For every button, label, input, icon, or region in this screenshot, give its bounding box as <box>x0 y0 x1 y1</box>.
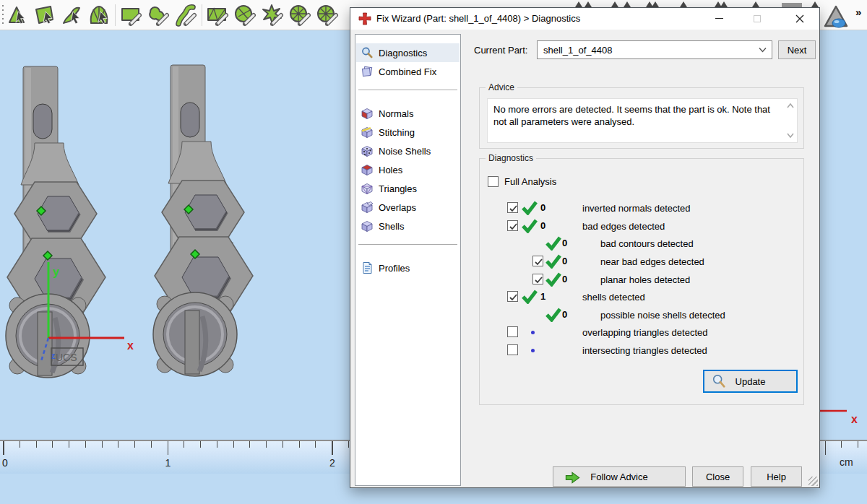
advice-groupbox: Advice No more errors are detected. It s… <box>479 87 804 149</box>
diagnostic-row: 0planar holes detected <box>480 271 803 287</box>
sidebar-item-holes[interactable]: Holes <box>356 160 460 179</box>
ruler-tick <box>299 441 300 448</box>
advice-group-label: Advice <box>486 82 517 92</box>
close-icon <box>795 14 804 23</box>
sidebar-item-label: Holes <box>379 165 402 175</box>
sidebar-item-shells[interactable]: Shells <box>356 217 460 235</box>
mark-star-tool[interactable] <box>260 3 285 27</box>
wizard-sidebar: DiagnosticsCombined FixNormalsStitchingN… <box>355 34 461 486</box>
diagnostic-count: 0 <box>540 202 545 213</box>
ruler-tick <box>85 441 86 448</box>
application-window: y x z UCS x » 01234 <box>0 0 867 504</box>
diagnostic-checkbox[interactable] <box>507 326 518 337</box>
green-check-icon <box>522 290 538 307</box>
diagnostic-label: overlapping triangles detected <box>582 327 707 338</box>
sidebar-item-normals[interactable]: Normals <box>356 104 460 123</box>
ruler-tick <box>134 441 135 448</box>
mark-disc-tool[interactable] <box>233 3 257 27</box>
sidebar-item-triangles[interactable]: Triangles <box>356 179 460 198</box>
diagnostic-label: possible noise shells detected <box>600 310 725 321</box>
sidebar-item-label: Stitching <box>379 127 415 138</box>
diagnostic-row: 0near bad edges detected <box>480 253 803 269</box>
help-button[interactable]: Help <box>751 466 802 487</box>
maximize-button[interactable] <box>741 8 773 29</box>
cube-overlaps-icon <box>361 201 374 214</box>
blue-dot-icon <box>531 331 535 334</box>
cube-triangles-icon <box>361 182 374 195</box>
diagnostic-count: 1 <box>540 291 545 302</box>
toolbar-separator <box>202 4 202 26</box>
select-triangles-tool[interactable] <box>4 3 29 27</box>
follow-advice-label: Follow Advice <box>590 472 647 482</box>
document-icon <box>361 261 374 274</box>
green-check-icon <box>545 254 561 271</box>
select-planes-tool[interactable] <box>32 3 56 27</box>
diagnostic-row: overlapping triangles detected <box>480 324 803 340</box>
diagnostic-row: 1shells detected <box>480 289 803 305</box>
scroll-up-icon[interactable] <box>786 102 795 110</box>
follow-advice-button[interactable]: Follow Advice <box>553 466 686 487</box>
sidebar-item-profiles[interactable]: Profiles <box>356 258 460 277</box>
shrinkwrap-tool[interactable] <box>821 4 850 29</box>
resize-grip[interactable] <box>808 477 818 486</box>
mark-wheel-2-tool[interactable] <box>315 3 340 27</box>
diagnostic-checkbox[interactable] <box>532 256 543 266</box>
mark-window-triangles-tool[interactable] <box>205 3 230 27</box>
next-part-button[interactable]: Next <box>778 40 816 59</box>
sidebar-item-overlaps[interactable]: Overlaps <box>356 198 460 217</box>
diagnostic-count: 0 <box>540 220 545 231</box>
magnifier-icon <box>712 374 726 388</box>
select-surface-tool[interactable] <box>59 3 84 27</box>
ruler-tick <box>20 441 20 448</box>
sidebar-item-diagnostics[interactable]: Diagnostics <box>356 43 460 62</box>
fix-wizard-dialog: Fix Wizard (Part: shell_1_of_4408) > Dia… <box>350 7 820 488</box>
hidden-tool-tip <box>624 1 631 7</box>
mark-rectangle-tool[interactable] <box>118 3 143 27</box>
diagnostics-group-label: Diagnostics <box>486 153 536 163</box>
close-button[interactable]: Close <box>692 466 743 487</box>
ruler-tick <box>151 441 152 448</box>
ruler-tick <box>332 441 333 455</box>
toolbar-overflow-button[interactable]: » <box>855 6 861 18</box>
mark-wheel-tool[interactable] <box>288 3 312 27</box>
current-part-label: Current Part: <box>474 45 527 56</box>
mark-curve-tool[interactable] <box>173 3 198 27</box>
update-button[interactable]: Update <box>703 370 798 393</box>
current-part-value: shell_1_of_4408 <box>543 45 612 56</box>
scroll-down-icon[interactable] <box>786 131 795 139</box>
mark-freeform-tool[interactable] <box>146 3 171 27</box>
diagnostic-checkbox[interactable] <box>507 291 518 302</box>
ruler-tick <box>315 441 316 448</box>
close-window-button[interactable] <box>784 8 816 29</box>
ruler-tick <box>858 441 858 448</box>
sidebar-item-label: Noise Shells <box>379 146 431 157</box>
sidebar-item-label: Profiles <box>379 263 410 274</box>
diagnostic-checkbox[interactable] <box>507 344 518 355</box>
sidebar-item-noise-shells[interactable]: Noise Shells <box>356 142 460 160</box>
hidden-tool-tip <box>575 1 582 7</box>
hidden-tool-tip <box>652 1 659 7</box>
minimize-button[interactable] <box>703 8 735 29</box>
full-analysis-checkbox[interactable] <box>488 176 499 187</box>
current-part-dropdown[interactable]: shell_1_of_4408 <box>537 40 772 59</box>
ruler-unit-label: cm <box>840 456 853 468</box>
diagnostic-checkbox[interactable] <box>507 220 518 231</box>
ucs-x-label: x <box>127 339 134 352</box>
dialog-titlebar[interactable]: Fix Wizard (Part: shell_1_of_4408) > Dia… <box>350 8 819 30</box>
chevron-down-icon <box>759 47 767 53</box>
diagnostic-checkbox[interactable] <box>532 274 543 284</box>
ruler-tick-label: 1 <box>164 457 173 469</box>
ruler-tick <box>168 441 169 455</box>
ruler-tick <box>200 441 201 448</box>
green-check-icon <box>545 236 561 253</box>
diagnostic-checkbox[interactable] <box>507 202 518 213</box>
ucs-y-label: y <box>53 266 59 278</box>
sidebar-item-stitching[interactable]: Stitching <box>356 123 460 142</box>
sidebar-item-combined-fix[interactable]: Combined Fix <box>356 62 460 81</box>
diagnostic-count: 0 <box>562 274 567 284</box>
advice-text: No more errors are detected. It seems th… <box>493 103 775 128</box>
select-shell-tool[interactable] <box>87 3 111 27</box>
sidebar-separator <box>358 90 457 90</box>
ruler-tick <box>233 441 234 448</box>
diagnostic-row: 0bad edges detected <box>480 218 803 234</box>
